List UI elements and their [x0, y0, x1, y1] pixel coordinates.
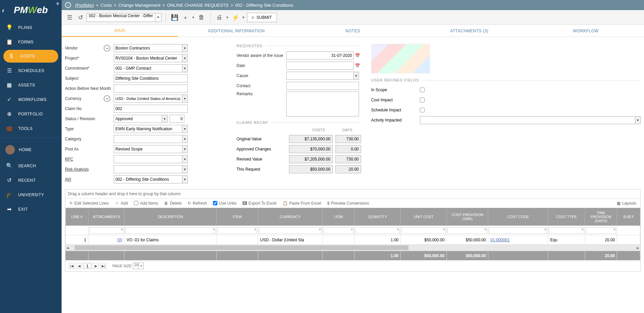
- filter-input[interactable]: [549, 227, 584, 234]
- aware-date-input[interactable]: 31-07-2020: [286, 51, 354, 60]
- tab-additional[interactable]: ADDITIONAL INFORMATION: [178, 25, 294, 37]
- vendor-select[interactable]: Boston Contractors▼: [114, 44, 188, 52]
- action-input[interactable]: [114, 84, 188, 93]
- currency-select[interactable]: USD - Dollar (United States of America)▼: [114, 95, 188, 103]
- record-select[interactable]: 002 - Boston Mecical Center - Differ▼: [86, 13, 162, 22]
- calendar-icon[interactable]: 📅: [355, 63, 360, 68]
- avi-select[interactable]: 002 - Differing Site Conditions▼: [114, 175, 188, 183]
- udf-activity-select[interactable]: ▼: [420, 116, 641, 124]
- sidebar-item-assets[interactable]: ▦ASSETS: [0, 78, 62, 92]
- sidebar-item-portfolio[interactable]: ⊕PORTFOLIO: [0, 107, 62, 121]
- info-icon[interactable]: i: [65, 2, 71, 8]
- col-costtype[interactable]: COST TYPE: [548, 208, 585, 226]
- sidebar-item-search[interactable]: 🔍SEARCH: [0, 159, 62, 173]
- col-item[interactable]: ITEM: [216, 208, 258, 226]
- paste-button[interactable]: 📋Paste From Excel: [283, 201, 321, 206]
- filter-input[interactable]: [448, 227, 487, 234]
- funnel-icon[interactable]: ▾: [581, 227, 583, 232]
- contact-input[interactable]: [286, 82, 359, 90]
- toggle-panel-icon[interactable]: ☰: [65, 13, 74, 22]
- submit-button[interactable]: SUBMIT: [247, 13, 277, 22]
- add-icon[interactable]: ＋: [181, 13, 190, 22]
- sidebar-item-recent[interactable]: ↺RECENT: [0, 173, 62, 187]
- revision-input[interactable]: 0: [170, 115, 184, 123]
- layouts-button[interactable]: ▦Layouts: [617, 201, 636, 206]
- category-select[interactable]: ▼: [114, 135, 188, 143]
- breadcrumb-root[interactable]: (Portfolio): [75, 3, 94, 8]
- avi-link[interactable]: AVI: [65, 177, 71, 182]
- col-uom[interactable]: UOM: [322, 208, 355, 226]
- filter-input[interactable]: [401, 227, 446, 234]
- col-currency[interactable]: CURRENCY: [258, 208, 323, 226]
- currency-more-icon[interactable]: •••: [104, 95, 110, 102]
- col-timeprov[interactable]: TIME PROVISION (DAYS): [585, 208, 617, 226]
- vendor-more-icon[interactable]: •••: [104, 45, 110, 51]
- costcode-link[interactable]: 01-000001: [490, 238, 509, 242]
- bolt-dropdown-icon[interactable]: ▼: [242, 13, 246, 22]
- filter-input[interactable]: [355, 227, 400, 234]
- use-units-toggle[interactable]: Use Units: [213, 201, 237, 206]
- sidebar-item-home[interactable]: HOME: [0, 141, 62, 159]
- add-items-button[interactable]: Add Items: [134, 201, 158, 206]
- project-select[interactable]: RVS0104 - Boston Medical Center▼: [114, 54, 188, 62]
- subject-input[interactable]: Differing Site Conditions: [114, 74, 188, 82]
- horizontal-scrollbar[interactable]: ◀▶: [65, 245, 640, 251]
- tab-attachments[interactable]: ATTACHMENTS (3): [411, 25, 528, 37]
- udf-schedule-checkbox[interactable]: [420, 108, 425, 112]
- print-icon[interactable]: 🖨: [215, 13, 224, 22]
- page-input[interactable]: [83, 263, 92, 269]
- export-button[interactable]: XExport To Excel: [243, 201, 277, 206]
- sidebar-item-university[interactable]: 🎓UNIVERSITY: [0, 187, 62, 202]
- rfc-select[interactable]: ▼: [114, 155, 188, 163]
- date-input[interactable]: [286, 62, 354, 70]
- save-icon[interactable]: 💾: [170, 13, 179, 22]
- sidebar-item-forms[interactable]: 📋FORMS: [0, 35, 62, 49]
- page-next-button[interactable]: ▶: [93, 263, 99, 269]
- funnel-icon[interactable]: ▾: [254, 227, 256, 232]
- print-dropdown-icon[interactable]: ▼: [225, 13, 229, 22]
- funnel-icon[interactable]: ▾: [613, 227, 615, 232]
- funnel-icon[interactable]: ▾: [485, 227, 487, 232]
- col-attachments[interactable]: ATTACHMENTS: [88, 208, 124, 226]
- sidebar-item-tools[interactable]: 💼TOOLS: [0, 121, 62, 136]
- col-unitcost[interactable]: UNIT COST: [401, 208, 447, 226]
- udf-cost-checkbox[interactable]: [420, 98, 425, 102]
- filter-input[interactable]: [89, 227, 123, 234]
- status-select[interactable]: Approved▼: [114, 115, 168, 123]
- filter-input[interactable]: [125, 227, 216, 234]
- history-icon[interactable]: ↺: [76, 13, 85, 22]
- col-quantity[interactable]: QUANTITY: [355, 208, 401, 226]
- col-costcode[interactable]: COST CODE: [488, 208, 548, 226]
- calendar-icon[interactable]: 📅: [355, 53, 360, 58]
- delete-button[interactable]: 🗑Delete: [164, 201, 182, 206]
- page-first-button[interactable]: |◀: [69, 263, 75, 269]
- bolt-icon[interactable]: ⚡: [231, 13, 240, 22]
- tab-main[interactable]: MAIN: [62, 25, 178, 37]
- col-description[interactable]: DESCRIPTION: [124, 208, 217, 226]
- preview-button[interactable]: $Preview Conversions: [327, 201, 369, 206]
- postas-select[interactable]: Revised Scope▼: [114, 145, 188, 153]
- claimno-input[interactable]: 002: [114, 105, 188, 113]
- add-dropdown-icon[interactable]: ▼: [191, 13, 195, 22]
- page-last-button[interactable]: ▶|: [100, 263, 106, 269]
- page-prev-button[interactable]: ◀: [76, 263, 82, 269]
- tab-workflow[interactable]: WORKFLOW: [528, 25, 644, 37]
- filter-input[interactable]: [489, 227, 547, 234]
- add-button[interactable]: ＋Add: [115, 200, 128, 206]
- table-row[interactable]: 1 (0) VO -01 for Claims USD - Dollar (Un…: [66, 235, 640, 245]
- funnel-icon[interactable]: ▾: [213, 227, 215, 232]
- col-provision[interactable]: COST PROVISION (SAR): [447, 208, 488, 226]
- funnel-icon[interactable]: ▾: [443, 227, 445, 232]
- filter-input[interactable]: [217, 227, 257, 234]
- sidebar-item-workflows[interactable]: ✓WORKFLOWS: [0, 92, 62, 107]
- sidebar-item-plans[interactable]: 💡PLANS: [0, 20, 62, 35]
- refresh-button[interactable]: ↻Refresh: [188, 201, 207, 206]
- sidebar-item-exit[interactable]: ➡EXIT: [0, 202, 62, 216]
- risk-link[interactable]: Risk Analysis: [65, 167, 89, 172]
- risk-select[interactable]: ▼: [114, 165, 188, 173]
- funnel-icon[interactable]: ▾: [397, 227, 399, 232]
- funnel-icon[interactable]: ▾: [351, 227, 353, 232]
- tab-notes[interactable]: NOTES: [294, 25, 411, 37]
- page-size-select[interactable]: 20▼: [133, 263, 144, 269]
- col-line[interactable]: LINE #: [66, 208, 88, 226]
